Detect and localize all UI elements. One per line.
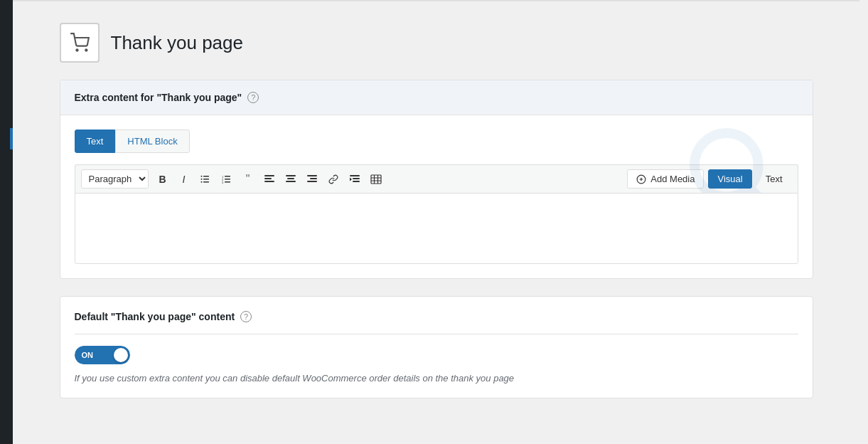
svg-marker-28	[350, 177, 352, 181]
svg-point-9	[200, 181, 202, 182]
toggle-wrapper: ON	[75, 346, 798, 364]
toggle-on-label: ON	[75, 346, 100, 364]
indent-button[interactable]	[345, 170, 365, 189]
svg-rect-29	[371, 175, 381, 184]
svg-point-8	[200, 178, 202, 179]
sidebar	[0, 0, 13, 444]
align-right-button[interactable]	[302, 170, 322, 189]
toggle-switch[interactable]: ON	[75, 346, 131, 364]
add-media-label: Add Media	[650, 174, 695, 184]
extra-content-body: Text HTML Block Paragraph B I 123	[60, 115, 813, 278]
align-left-button[interactable]	[259, 170, 279, 189]
svg-rect-12	[225, 181, 230, 183]
page-wrapper: Thank you page Extra content for "Thank …	[45, 23, 827, 398]
visual-button[interactable]: Visual	[708, 169, 751, 189]
page-icon	[60, 23, 100, 63]
add-media-button[interactable]: Add Media	[627, 169, 704, 189]
toggle-hint: If you use custom extra content you can …	[75, 373, 798, 384]
svg-rect-27	[353, 181, 360, 182]
editor-toolbar: Paragraph B I 123 "	[75, 164, 798, 193]
extra-content-help-icon[interactable]: ?	[247, 92, 259, 103]
bold-button[interactable]: B	[153, 170, 173, 189]
svg-rect-22	[307, 175, 317, 176]
svg-rect-10	[225, 176, 230, 177]
svg-rect-21	[286, 181, 296, 182]
svg-rect-18	[264, 181, 274, 182]
content-tab-bar: Text HTML Block	[75, 130, 798, 153]
tab-html[interactable]: HTML Block	[115, 130, 189, 153]
add-media-icon	[636, 174, 646, 184]
svg-point-0	[76, 49, 77, 51]
unordered-list-button[interactable]	[195, 170, 215, 189]
italic-button[interactable]: I	[174, 170, 194, 189]
extra-content-header: Extra content for "Thank you page" ?	[60, 80, 813, 115]
default-content-section: Default "Thank you page" content ? ON If…	[60, 296, 813, 398]
text-tab-button[interactable]: Text	[756, 169, 792, 189]
page-title: Thank you page	[111, 32, 243, 54]
default-content-help-icon[interactable]: ?	[240, 311, 252, 322]
svg-rect-5	[203, 179, 209, 180]
editor-content-area[interactable]	[75, 194, 798, 258]
svg-rect-4	[203, 176, 209, 177]
scrollbar-area	[859, 0, 868, 444]
svg-rect-6	[203, 181, 209, 183]
blockquote-button[interactable]: "	[238, 170, 258, 189]
paragraph-select[interactable]: Paragraph	[81, 169, 149, 189]
text-editor	[75, 193, 798, 264]
svg-rect-11	[225, 179, 230, 180]
svg-rect-17	[264, 178, 272, 179]
svg-rect-19	[286, 175, 296, 176]
sidebar-accent	[10, 128, 13, 149]
ordered-list-button[interactable]: 123	[217, 170, 237, 189]
default-content-title: Default "Thank you page" content	[75, 311, 235, 322]
align-center-button[interactable]	[281, 170, 301, 189]
main-content: Thank you page Extra content for "Thank …	[13, 0, 859, 444]
svg-rect-16	[264, 175, 274, 176]
page-header: Thank you page	[60, 23, 813, 63]
table-button[interactable]	[366, 170, 386, 189]
cart-icon	[70, 33, 90, 53]
link-button[interactable]	[323, 170, 343, 189]
svg-rect-26	[353, 178, 360, 179]
top-border	[13, 0, 859, 1]
toggle-circle-wrap	[99, 346, 130, 364]
svg-text:3: 3	[222, 180, 224, 184]
toolbar-right: Add Media Visual Text	[627, 169, 791, 189]
svg-rect-23	[310, 178, 317, 179]
svg-rect-25	[350, 175, 360, 176]
svg-rect-24	[307, 181, 317, 182]
resize-handle[interactable]	[786, 252, 796, 262]
tab-text[interactable]: Text	[75, 130, 116, 153]
svg-rect-20	[287, 178, 294, 179]
extra-content-title: Extra content for "Thank you page"	[75, 92, 242, 103]
svg-point-7	[200, 175, 202, 176]
default-content-header: Default "Thank you page" content ?	[75, 311, 798, 334]
extra-content-section: Extra content for "Thank you page" ? Tex…	[60, 80, 813, 279]
svg-point-1	[85, 49, 87, 51]
toggle-knob	[114, 348, 128, 362]
